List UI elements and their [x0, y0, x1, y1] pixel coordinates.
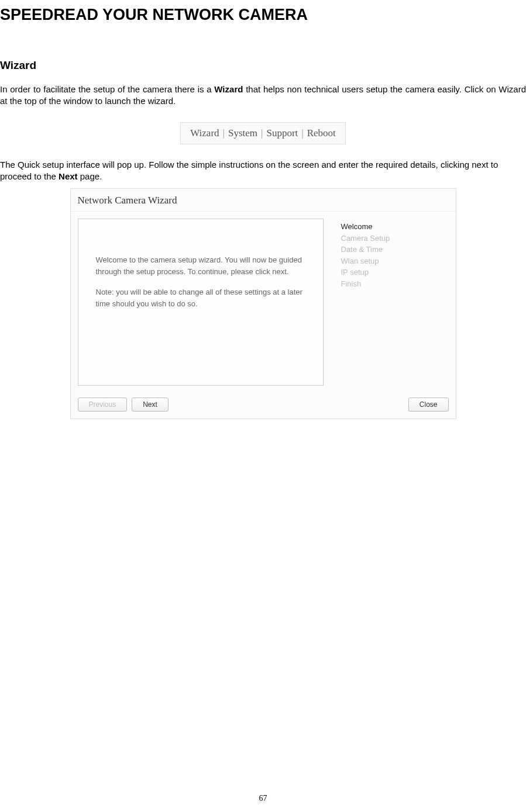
close-button[interactable]: Close: [408, 398, 449, 412]
para2-bold: Next: [59, 171, 78, 181]
wizard-content-panel: Welcome to the camera setup wizard. You …: [78, 219, 324, 386]
nav-bar: Wizard | System | Support | Reboot: [180, 122, 346, 144]
intro-paragraph-1: In order to facilitate the setup of the …: [0, 84, 526, 108]
intro-paragraph-2: The Quick setup interface will pop up. F…: [0, 159, 526, 183]
wizard-step-wlan: Wlan setup: [341, 255, 449, 267]
nav-sep-3: |: [301, 127, 303, 139]
wizard-title: Network Camera Wizard: [71, 189, 456, 212]
wizard-content-p2: Note: you will be able to change all of …: [96, 286, 305, 309]
nav-system[interactable]: System: [228, 127, 257, 139]
para1-bold: Wizard: [214, 84, 243, 94]
wizard-step-welcome: Welcome: [341, 221, 449, 233]
nav-sep-1: |: [223, 127, 225, 139]
page-title: SPEEDREAD YOUR NETWORK CAMERA: [0, 0, 526, 24]
para2-post: page.: [78, 171, 102, 181]
wizard-footer: Previous Next Close: [71, 393, 456, 419]
wizard-body: Welcome to the camera setup wizard. You …: [71, 212, 456, 393]
wizard-content-p1: Welcome to the camera setup wizard. You …: [96, 254, 305, 277]
wizard-step-finish: Finish: [341, 278, 449, 290]
para1-pre: In order to facilitate the setup of the …: [0, 84, 214, 94]
wizard-step-camera-setup: Camera Setup: [341, 233, 449, 244]
page-number: 67: [0, 794, 526, 803]
wizard-footer-left: Previous Next: [78, 398, 169, 412]
wizard-container: Network Camera Wizard Welcome to the cam…: [0, 188, 526, 419]
wizard-step-ip: IP setup: [341, 267, 449, 278]
previous-button: Previous: [78, 398, 128, 412]
nav-reboot[interactable]: Reboot: [307, 127, 336, 139]
nav-wizard[interactable]: Wizard: [190, 127, 219, 139]
wizard-window: Network Camera Wizard Welcome to the cam…: [70, 188, 456, 419]
next-button[interactable]: Next: [132, 398, 169, 412]
wizard-sidebar: Welcome Camera Setup Date & Time Wlan se…: [341, 219, 449, 386]
nav-support[interactable]: Support: [266, 127, 298, 139]
nav-sep-2: |: [261, 127, 263, 139]
nav-bar-container: Wizard | System | Support | Reboot: [0, 122, 526, 144]
section-heading: Wizard: [0, 59, 526, 72]
wizard-step-date-time: Date & Time: [341, 244, 449, 255]
